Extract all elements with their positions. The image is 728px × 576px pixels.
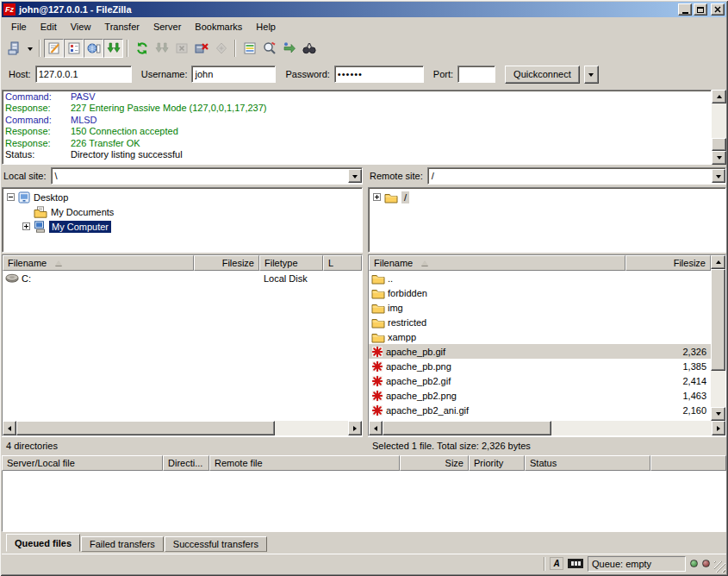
synchronized-browsing-button[interactable]: [279, 39, 299, 58]
local-row-c-drive[interactable]: C: Local Disk: [3, 271, 362, 285]
directory-listing-filters-button[interactable]: [240, 39, 259, 58]
remote-row[interactable]: apache_pb2.png 1,463: [369, 388, 711, 403]
maximize-button[interactable]: [694, 3, 707, 16]
site-manager-dropdown-button[interactable]: [24, 39, 35, 58]
local-site-dropdown-button[interactable]: [348, 169, 362, 183]
column-header-filename[interactable]: Filename: [3, 255, 194, 271]
resize-grip[interactable]: [714, 561, 725, 573]
local-horizontal-scrollbar[interactable]: [3, 421, 362, 435]
disconnect-button[interactable]: [191, 39, 211, 58]
column-header-server-local-file[interactable]: Server/Local file: [2, 455, 163, 471]
tab-successful-transfers[interactable]: Successful transfers: [165, 536, 267, 552]
remote-row[interactable]: ..: [369, 271, 711, 285]
remote-row[interactable]: img: [369, 300, 711, 315]
folder-icon: [371, 272, 385, 285]
quickconnect-button[interactable]: Quickconnect: [505, 66, 580, 84]
column-header-filename[interactable]: Filename: [369, 255, 625, 271]
scroll-right-button[interactable]: [712, 421, 725, 435]
refresh-icon: [135, 41, 149, 55]
menu-bookmarks[interactable]: Bookmarks: [188, 19, 249, 34]
find-files-button[interactable]: [299, 39, 319, 58]
port-input[interactable]: [457, 66, 495, 83]
collapse-expander-icon[interactable]: [7, 193, 15, 201]
site-manager-button[interactable]: [4, 39, 24, 58]
remote-row[interactable]: forbidden: [369, 285, 711, 300]
remote-row-selected[interactable]: apache_pb.gif 2,326: [369, 344, 711, 359]
expand-expander-icon[interactable]: [22, 222, 30, 230]
remote-vertical-scrollbar[interactable]: [711, 255, 725, 421]
menu-file[interactable]: File: [4, 19, 34, 34]
column-header-status[interactable]: Status: [525, 455, 650, 471]
local-site-combo[interactable]: \: [51, 167, 363, 185]
scroll-thumb[interactable]: [711, 269, 725, 371]
column-header-last-modified[interactable]: L: [323, 255, 362, 271]
menu-view[interactable]: View: [64, 19, 98, 34]
directory-comparison-button[interactable]: [259, 39, 279, 58]
reconnect-button[interactable]: [211, 39, 231, 58]
scroll-thumb[interactable]: [712, 138, 726, 151]
scroll-track[interactable]: [711, 371, 725, 407]
tab-failed-transfers[interactable]: Failed transfers: [81, 536, 164, 552]
scroll-down-button[interactable]: [712, 151, 726, 165]
tab-queued-files[interactable]: Queued files: [6, 534, 80, 552]
tree-item-my-computer[interactable]: My Computer: [3, 219, 361, 234]
scroll-left-button[interactable]: [3, 421, 16, 435]
scroll-up-button[interactable]: [712, 90, 726, 103]
tree-item-desktop[interactable]: Desktop: [3, 190, 361, 204]
column-header-filesize[interactable]: Filesize: [625, 255, 711, 271]
toggle-transfer-queue-button[interactable]: [103, 39, 123, 58]
local-directory-tree: Desktop My Documents My Computer: [2, 187, 363, 253]
my-documents-icon: [34, 206, 47, 218]
scroll-right-button[interactable]: [348, 421, 362, 435]
scroll-track[interactable]: [712, 103, 726, 138]
remote-site-combo[interactable]: /: [427, 167, 726, 185]
remote-site-dropdown-button[interactable]: [712, 169, 725, 183]
scroll-up-button[interactable]: [711, 255, 725, 269]
remote-row[interactable]: xampp: [369, 329, 711, 344]
scroll-down-button[interactable]: [711, 407, 725, 421]
close-button[interactable]: [711, 3, 725, 16]
log-scrollbar[interactable]: [712, 90, 726, 165]
scroll-thumb[interactable]: [16, 421, 275, 435]
local-site-value: \: [55, 171, 58, 181]
toggle-message-log-button[interactable]: [44, 39, 64, 58]
column-header-filetype[interactable]: Filetype: [259, 255, 323, 271]
file-name: C:: [22, 273, 31, 284]
remote-row[interactable]: apache_pb2_ani.gif 2,160: [369, 403, 711, 417]
menu-transfer[interactable]: Transfer: [97, 19, 146, 34]
column-header-filesize[interactable]: Filesize: [194, 255, 259, 271]
remote-row[interactable]: restricted: [369, 315, 711, 329]
ascii-data-type-icon[interactable]: A: [550, 557, 563, 570]
username-input[interactable]: [191, 66, 276, 83]
scroll-track[interactable]: [551, 421, 712, 435]
column-header-direction[interactable]: Directi...: [163, 455, 209, 471]
scroll-track[interactable]: [275, 421, 348, 435]
local-status-text: 4 directories: [2, 436, 363, 454]
speed-limits-icon[interactable]: [568, 559, 583, 568]
column-header-priority[interactable]: Priority: [469, 455, 525, 471]
scroll-left-button[interactable]: [369, 421, 383, 435]
scroll-thumb[interactable]: [383, 421, 551, 435]
remote-row[interactable]: apache_pb.png 1,385: [369, 359, 711, 373]
refresh-button[interactable]: [132, 39, 152, 58]
column-header-size[interactable]: Size: [400, 455, 469, 471]
expand-expander-icon[interactable]: [373, 193, 381, 201]
quickconnect-dropdown-button[interactable]: [584, 66, 599, 84]
process-queue-button[interactable]: [152, 39, 171, 58]
remote-row[interactable]: apache_pb2.gif 2,414: [369, 373, 711, 388]
filter-icon: [243, 41, 257, 55]
host-input[interactable]: [35, 66, 132, 83]
menu-edit[interactable]: Edit: [34, 19, 64, 34]
tree-item-my-documents[interactable]: My Documents: [3, 204, 361, 219]
toggle-local-tree-button[interactable]: [64, 39, 84, 58]
menu-help[interactable]: Help: [249, 19, 283, 34]
toggle-remote-tree-button[interactable]: [84, 39, 103, 58]
folder-icon: [371, 316, 385, 329]
password-input[interactable]: [334, 66, 424, 83]
minimize-button[interactable]: [678, 3, 692, 16]
menu-server[interactable]: Server: [146, 19, 188, 34]
column-header-remote-file[interactable]: Remote file: [209, 455, 400, 471]
tree-item-root[interactable]: /: [370, 190, 725, 204]
cancel-operation-button[interactable]: [171, 39, 191, 58]
remote-horizontal-scrollbar[interactable]: [369, 421, 725, 435]
